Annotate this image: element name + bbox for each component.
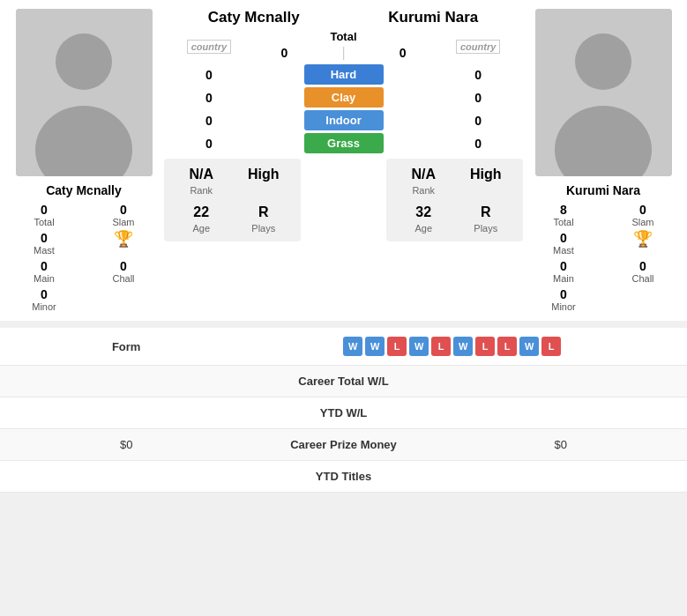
right-inner-stat-box: N/A Rank High 32 Age R Plays: [386, 159, 523, 241]
left-high-cell: High: [235, 166, 293, 197]
indoor-score-right: 0: [433, 114, 523, 128]
inner-stats: N/A Rank High 22 Age R Plays: [164, 159, 523, 241]
left-stat-main: 0 Main: [9, 259, 79, 284]
main-container: Caty Mcnally 0 Total 0 Slam 0 Mast 🏆: [0, 0, 687, 493]
grass-score-left: 0: [164, 137, 254, 151]
right-plays-cell: R Plays: [458, 204, 515, 234]
ytd-wl-label: YTD W/L: [235, 406, 452, 419]
svg-point-1: [56, 33, 112, 90]
center-right-name: Kurumi Nara: [344, 9, 524, 26]
indoor-btn-cell[interactable]: Indoor: [254, 110, 434, 130]
form-badges-container: WWLWLWLLWL: [235, 337, 669, 356]
right-stat-mast: 0 Mast: [528, 231, 599, 256]
left-player-panel: Caty Mcnally 0 Total 0 Slam 0 Mast 🏆: [9, 9, 159, 312]
right-stat-minor: 0 Minor: [528, 287, 599, 312]
form-badge-l: L: [497, 337, 517, 356]
career-prize-left: $0: [18, 438, 235, 451]
right-player-panel: Kurumi Nara 8 Total 0 Slam 0 Mast 🏆: [528, 9, 678, 312]
career-prize-row: $0 Career Prize Money $0: [0, 429, 687, 461]
left-rank-cell: N/A Rank: [173, 166, 230, 197]
left-inner-stat-box: N/A Rank High 22 Age R Plays: [164, 159, 301, 241]
hard-button[interactable]: Hard: [304, 64, 384, 85]
player-names-row: Caty Mcnally Kurumi Nara: [164, 9, 523, 26]
career-prize-right: $0: [452, 438, 669, 451]
right-player-name: Kurumi Nara: [566, 183, 640, 197]
clay-button[interactable]: Clay: [304, 87, 384, 108]
form-row: Form WWLWLWLLWL: [0, 328, 687, 366]
career-total-wl-row: Career Total W/L: [0, 366, 687, 397]
form-badges: WWLWLWLLWL: [343, 337, 561, 356]
clay-score-right: 0: [433, 91, 523, 105]
total-score-left: 0: [280, 46, 287, 60]
indoor-button[interactable]: Indoor: [304, 110, 384, 130]
ytd-wl-row: YTD W/L: [0, 397, 687, 429]
center-left-name: Caty Mcnally: [164, 9, 344, 26]
left-stat-total: 0 Total: [9, 203, 79, 227]
left-player-avatar: [16, 9, 153, 176]
form-badge-l: L: [431, 337, 451, 356]
form-label: Form: [18, 340, 235, 353]
grass-btn-cell[interactable]: Grass: [254, 133, 434, 153]
hard-btn-cell[interactable]: Hard: [254, 64, 434, 85]
left-trophy-icon: 🏆: [114, 231, 133, 247]
left-trophy-icon-cell: 🏆: [88, 231, 159, 256]
grass-button[interactable]: Grass: [304, 133, 384, 153]
hard-row: 0 Hard 0: [164, 64, 523, 85]
grass-score-right: 0: [433, 137, 523, 151]
left-country-flag: country: [164, 39, 254, 53]
clay-row: 0 Clay 0: [164, 87, 523, 108]
form-badge-w: W: [519, 337, 539, 356]
right-stat-chall: 0 Chall: [608, 259, 678, 284]
left-stat-chall: 0 Chall: [88, 259, 159, 284]
right-stat-total: 8 Total: [528, 203, 599, 227]
top-area: Caty Mcnally 0 Total 0 Slam 0 Mast 🏆: [0, 0, 687, 321]
right-stat-slam: 0 Slam: [608, 203, 678, 227]
right-player-avatar: [535, 9, 672, 176]
hard-score-right: 0: [433, 68, 523, 82]
left-plays-cell: R Plays: [235, 204, 293, 234]
form-badge-w: W: [453, 337, 473, 356]
svg-point-4: [575, 33, 631, 90]
clay-score-left: 0: [164, 91, 254, 105]
form-badge-l: L: [387, 337, 407, 356]
ytd-titles-row: YTD Titles: [0, 461, 687, 493]
hard-score-left: 0: [164, 68, 254, 82]
right-country-flag: country: [433, 39, 523, 53]
clay-btn-cell[interactable]: Clay: [254, 87, 434, 108]
left-player-name: Caty Mcnally: [46, 183, 122, 197]
right-age-cell: 32 Age: [395, 204, 452, 234]
form-badge-w: W: [365, 337, 385, 356]
bottom-section: Form WWLWLWLLWL Career Total W/L YTD W/L…: [0, 328, 687, 493]
ytd-titles-label: YTD Titles: [235, 470, 452, 483]
left-stat-minor: 0 Minor: [9, 287, 79, 312]
form-badge-l: L: [475, 337, 495, 356]
right-high-cell: High: [458, 166, 515, 197]
total-label-cell: Total 0 | 0: [254, 30, 434, 61]
career-prize-label: Career Prize Money: [235, 438, 452, 451]
right-player-stats-grid: 8 Total 0 Slam 0 Mast 🏆 0 Main: [528, 203, 678, 312]
right-rank-cell: N/A Rank: [395, 166, 452, 197]
indoor-score-left: 0: [164, 114, 254, 128]
indoor-row: 0 Indoor 0: [164, 110, 523, 130]
left-player-stats-grid: 0 Total 0 Slam 0 Mast 🏆 0 Main: [9, 203, 159, 312]
grass-row: 0 Grass 0: [164, 133, 523, 153]
form-badge-w: W: [409, 337, 429, 356]
left-stat-mast: 0 Mast: [9, 231, 79, 256]
surface-rows: 0 Hard 0 0 Clay 0 0: [164, 64, 523, 153]
right-trophy-icon: 🏆: [633, 231, 653, 247]
right-trophy-icon-cell: 🏆: [608, 231, 678, 256]
left-stat-slam: 0 Slam: [88, 203, 159, 227]
total-row: country Total 0 | 0 country: [164, 30, 523, 61]
form-badge-l: L: [541, 337, 561, 356]
center-panel: Caty Mcnally Kurumi Nara country Total 0…: [164, 9, 523, 312]
form-badge-w: W: [343, 337, 362, 356]
total-label: Total: [330, 30, 356, 43]
total-score-right: 0: [400, 46, 407, 60]
career-total-wl-label: Career Total W/L: [235, 375, 452, 388]
left-age-cell: 22 Age: [173, 204, 230, 234]
right-stat-main: 0 Main: [528, 259, 599, 284]
